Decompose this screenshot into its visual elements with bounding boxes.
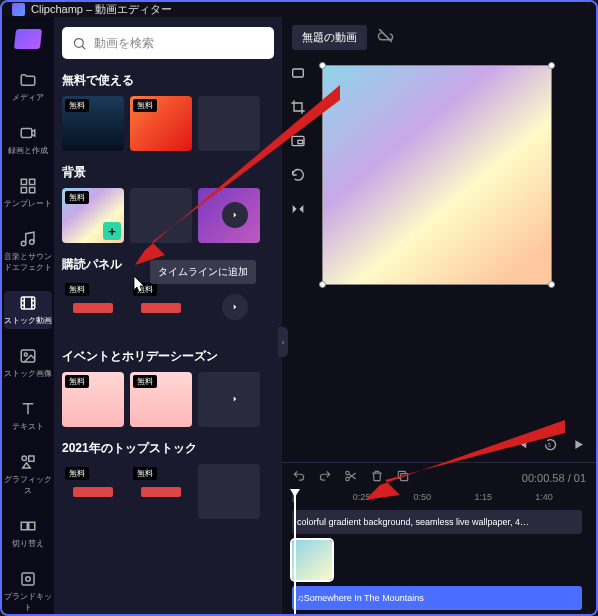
stock-thumb[interactable]: 無料 (62, 280, 124, 335)
playhead[interactable] (294, 492, 296, 616)
resize-handle[interactable] (319, 281, 326, 288)
resize-handle[interactable] (548, 281, 555, 288)
svg-rect-0 (21, 129, 32, 138)
sidebar-item-graphics[interactable]: グラフィックス (4, 450, 52, 499)
svg-rect-12 (21, 522, 27, 530)
svg-point-22 (346, 477, 350, 481)
free-badge: 無料 (65, 467, 89, 480)
annotation-arrow (130, 80, 350, 270)
audio-clip[interactable]: ♫ Somewhere In The Mountains (292, 586, 582, 610)
svg-point-5 (21, 241, 26, 246)
chevron-right-icon (230, 394, 240, 404)
project-title[interactable]: 無題の動画 (292, 25, 367, 50)
sidebar-item-record[interactable]: 録画と作成 (4, 121, 52, 159)
camera-icon (19, 124, 37, 142)
video-clip-thumb[interactable] (292, 540, 332, 580)
graphics-icon (19, 453, 37, 471)
add-to-timeline-button[interactable]: + (103, 222, 121, 240)
templates-icon (19, 177, 37, 195)
video-clip-label[interactable]: colorful gradient background, seamless l… (292, 510, 582, 534)
logo-icon[interactable] (14, 29, 42, 49)
sidebar-item-text[interactable]: テキスト (4, 397, 52, 435)
svg-rect-13 (29, 522, 35, 530)
svg-rect-14 (22, 573, 34, 585)
split-button[interactable] (344, 469, 358, 487)
svg-point-6 (30, 240, 35, 245)
search-icon (72, 36, 87, 51)
svg-point-21 (346, 471, 350, 475)
resize-handle[interactable] (548, 62, 555, 69)
app-icon (12, 3, 25, 16)
film-icon (19, 294, 37, 312)
sidebar-item-transition[interactable]: 切り替え (4, 514, 52, 552)
stock-thumb[interactable]: 無料 (130, 464, 192, 519)
sidebar-label: テキスト (12, 421, 44, 432)
sidebar-label: 切り替え (12, 538, 44, 549)
free-badge: 無料 (65, 283, 89, 296)
svg-rect-7 (21, 297, 35, 309)
svg-rect-11 (29, 456, 34, 461)
sidebar-label: ストック動画 (4, 315, 52, 326)
svg-rect-4 (30, 188, 35, 193)
image-icon (19, 347, 37, 365)
section-events: イベントとホリデーシーズン 無料 無料 (62, 348, 274, 427)
svg-point-16 (75, 38, 84, 47)
sidebar-label: グラフィックス (4, 474, 52, 496)
window-title: Clipchamp – 動画エディター (31, 2, 172, 17)
sidebar-item-brand[interactable]: ブランドキット (4, 567, 52, 616)
sidebar-item-music[interactable]: 音楽とサウンドエフェクト (4, 227, 52, 276)
svg-point-10 (22, 456, 27, 461)
stock-thumb-hovered[interactable]: 無料 + (62, 188, 124, 243)
preview-header: 無題の動画 (282, 17, 596, 57)
redo-button[interactable] (318, 469, 332, 487)
stock-thumb[interactable]: 無料 (62, 96, 124, 151)
sidebar-label: メディア (12, 92, 44, 103)
svg-point-15 (26, 577, 31, 582)
sidebar-label: テンプレート (4, 198, 52, 209)
stock-thumb[interactable]: 無料 (62, 464, 124, 519)
search-input[interactable]: 動画を検索 (62, 27, 274, 59)
undo-button[interactable] (292, 469, 306, 487)
more-button[interactable] (222, 386, 248, 412)
sidebar: メディア 録画と作成 テンプレート 音楽とサウンドエフェクト ストック動画 スト… (2, 17, 54, 616)
svg-rect-17 (293, 69, 304, 77)
free-badge: 無料 (65, 375, 89, 388)
sidebar-item-stock-image[interactable]: ストック画像 (4, 344, 52, 382)
svg-rect-1 (21, 179, 26, 184)
sidebar-label: ブランドキット (4, 591, 52, 613)
section-title: 2021年のトップストック (62, 440, 274, 457)
sidebar-item-templates[interactable]: テンプレート (4, 174, 52, 212)
brand-icon (19, 570, 37, 588)
annotation-arrow (360, 415, 570, 505)
folder-icon (19, 71, 37, 89)
sidebar-item-media[interactable]: メディア (4, 68, 52, 106)
transition-icon (19, 517, 37, 535)
stock-thumb[interactable]: 無料 (130, 372, 192, 427)
svg-point-9 (24, 353, 27, 356)
stock-thumb[interactable]: 無料 (62, 372, 124, 427)
sidebar-label: 録画と作成 (8, 145, 48, 156)
stock-thumb[interactable] (198, 464, 260, 519)
music-icon (19, 230, 37, 248)
play-button[interactable] (571, 437, 586, 456)
cloud-off-icon[interactable] (377, 27, 394, 48)
more-button[interactable] (222, 294, 248, 320)
free-badge: 無料 (65, 191, 89, 204)
section-title: イベントとホリデーシーズン (62, 348, 274, 365)
preview-canvas[interactable] (322, 65, 552, 285)
section-top2021: 2021年のトップストック 無料 無料 (62, 440, 274, 519)
text-icon (19, 400, 37, 418)
sidebar-item-stock-video[interactable]: ストック動画 (4, 291, 52, 329)
sidebar-label: 音楽とサウンドエフェクト (4, 251, 52, 273)
chevron-right-icon (230, 302, 240, 312)
free-badge: 無料 (133, 375, 157, 388)
free-badge: 無料 (65, 99, 89, 112)
search-placeholder: 動画を検索 (94, 35, 154, 52)
resize-handle[interactable] (319, 62, 326, 69)
free-badge: 無料 (133, 467, 157, 480)
svg-rect-2 (30, 179, 35, 184)
sidebar-label: ストック画像 (4, 368, 52, 379)
timeline-tracks: colorful gradient background, seamless l… (282, 510, 596, 616)
titlebar: Clipchamp – 動画エディター (2, 2, 596, 17)
cursor-pointer-icon (131, 275, 147, 298)
